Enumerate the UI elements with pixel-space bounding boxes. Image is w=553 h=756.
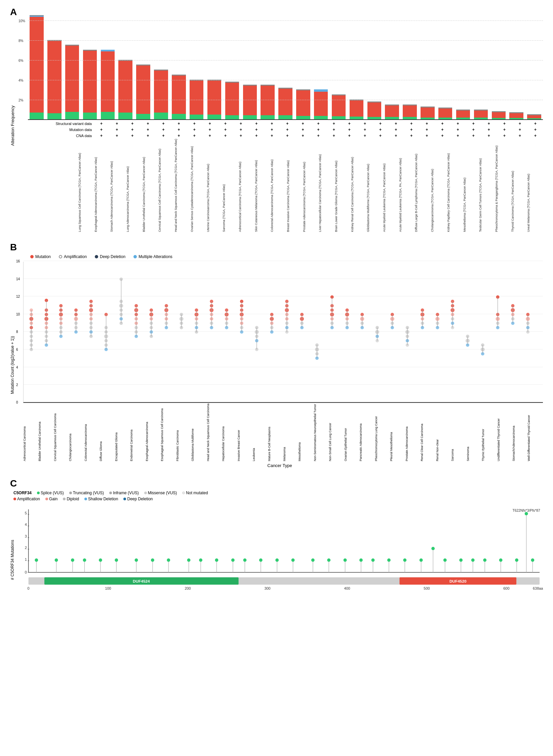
- bar-9: [170, 19, 188, 119]
- b-x-label-34: Well-Differentiated Thyroid Cancer: [527, 404, 543, 461]
- y-label-0: 0: [16, 401, 18, 404]
- bar-2: [46, 19, 63, 119]
- scatter-col-11: [180, 313, 184, 329]
- x-label-3: Stomach Adenocarcinoma (TCGA, PanCancer …: [110, 139, 126, 232]
- missense-dot: [144, 492, 147, 494]
- duf4524-label: DUF4524: [133, 579, 150, 584]
- scatter-col-6: [104, 313, 108, 351]
- bar-6: [117, 19, 134, 119]
- panel-b-label: B: [10, 242, 543, 253]
- gene-label: C5ORF34: [13, 491, 32, 495]
- svg-point-267: [187, 558, 191, 562]
- bar-22: [401, 19, 419, 119]
- multiple-alterations-legend-dot: [133, 255, 137, 258]
- x-label-500: 500: [424, 586, 430, 590]
- b-x-label-15: Invasive Breast Cancer: [237, 404, 252, 461]
- bar-chart-bars: [28, 19, 543, 120]
- svg-point-273: [231, 558, 235, 562]
- b-x-label-25: Pleural Mesothelioma: [390, 404, 405, 461]
- splice-dot: [37, 492, 40, 494]
- svg-point-253: [71, 558, 74, 562]
- svg-point-291: [371, 558, 375, 562]
- inframe-dot: [109, 492, 112, 494]
- svg-point-257: [99, 558, 102, 562]
- bar-16: [294, 19, 312, 119]
- scatter-col-3: [59, 304, 63, 338]
- svg-point-287: [344, 558, 347, 562]
- svg-point-297: [420, 558, 423, 562]
- b-x-label-17: Mature B-Cell Neoplasms: [268, 404, 283, 461]
- bar-10: [188, 19, 205, 119]
- t622-annotation: T622Nfs*3/Pfs*87: [512, 509, 540, 512]
- svg-point-305: [471, 558, 475, 562]
- legend-multiple-alterations: Multiple Alterations: [133, 254, 172, 259]
- x-label-8: Ovarian Serous Cystadenocarcinoma (TCGA,…: [191, 139, 206, 232]
- scatter-col-24: [375, 326, 379, 342]
- x-label-638aa: 638aa: [533, 586, 543, 590]
- x-label-600: 600: [503, 586, 509, 590]
- svg-point-316: [531, 558, 534, 562]
- scatter-col-26: [405, 326, 409, 347]
- y-tick-6: 6%: [18, 59, 23, 62]
- svg-point-293: [387, 558, 391, 562]
- scatter-col-8: [134, 304, 138, 338]
- lollipop-plot-area: 0 1 2 3 4 5 DUF45: [18, 505, 543, 614]
- x-label-21: Acute Myeloid Leukemia (TCGA, PA, PanCan…: [399, 139, 415, 232]
- panel-c-label: C: [10, 478, 543, 489]
- b-x-label-5: Colorectal Adenocarcinoma: [84, 404, 100, 461]
- legend-deep-deletion: Deep Deletion: [95, 254, 125, 259]
- scatter-col-21: [330, 295, 334, 329]
- scatter-col-4: [74, 308, 78, 334]
- svg-point-279: [275, 558, 279, 562]
- panel-c-y-axis-label: # C5ORF34 Mutations: [10, 505, 17, 614]
- b-x-label-10: Esophageal Squamous Cell Carcinoma: [161, 404, 176, 461]
- scatter-col-34: [526, 313, 530, 334]
- panel-c: C C5ORF34 Splice (VUS) Truncating (VUS) …: [10, 478, 543, 614]
- scatter-col-25: [390, 313, 394, 329]
- x-label-300: 300: [264, 586, 270, 590]
- svg-text:2: 2: [25, 546, 27, 550]
- legend-item-gain: Gain: [45, 497, 57, 501]
- scatter-col-20: [315, 343, 319, 360]
- svg-point-277: [259, 558, 263, 562]
- x-label-16: Liver Hepatocellular Carcinoma (TCGA, Pa…: [319, 139, 334, 232]
- bar-21: [383, 19, 401, 119]
- bar-27: [490, 19, 507, 119]
- y-label-12: 12: [16, 295, 20, 298]
- legend-item-shallow-deletion: Shallow Deletion: [84, 497, 118, 501]
- x-label-100: 100: [105, 586, 111, 590]
- svg-text:3: 3: [25, 534, 27, 538]
- x-label-start: 0: [28, 586, 30, 590]
- duf4520-label: DUF4520: [449, 579, 467, 584]
- amplification-legend-dot: [59, 255, 62, 258]
- b-x-label-2: Bladder Urothelial Carcinoma: [38, 404, 53, 461]
- svg-point-313: [525, 512, 528, 515]
- gain-dot: [45, 498, 48, 500]
- svg-point-299: [431, 547, 435, 550]
- bar-12: [223, 19, 241, 119]
- b-x-label-19: Mesothelioma: [298, 404, 313, 461]
- scatter-col-30: [466, 335, 470, 347]
- bar-23: [419, 19, 436, 119]
- scatter-col-15: [240, 300, 244, 334]
- legend-item-truncating: Truncating (VUS): [69, 491, 104, 495]
- scatter-col-28: [435, 313, 439, 329]
- scatter-col-27: [421, 308, 425, 329]
- lollipop-svg: 0 1 2 3 4 5 DUF45: [18, 505, 543, 613]
- svg-point-271: [215, 558, 219, 562]
- svg-point-263: [151, 558, 154, 562]
- bar-11: [206, 19, 223, 119]
- scatter-col-1: [29, 308, 33, 351]
- b-x-label-1: Adrenocortical Carcinoma: [23, 404, 38, 461]
- cna-data-label: CNA data: [41, 134, 92, 138]
- b-x-label-21: Non-Small Cell Lung Cancer: [329, 404, 344, 461]
- bar-1: [28, 19, 45, 119]
- b-x-label-20: Non-Seminomatous Neuroepithelial Tumor: [314, 404, 329, 461]
- bar-18: [330, 19, 348, 119]
- x-label-200: 200: [185, 586, 191, 590]
- y-label-2: 2: [16, 383, 18, 387]
- b-x-label-11: Fibroblastic Carcinoma: [176, 404, 191, 461]
- deep-deletion-legend-label: Deep Deletion: [100, 254, 125, 259]
- scatter-plot-area: 0 2 4 6 8 10 12 14 16: [23, 262, 543, 403]
- bar-17: [312, 19, 330, 119]
